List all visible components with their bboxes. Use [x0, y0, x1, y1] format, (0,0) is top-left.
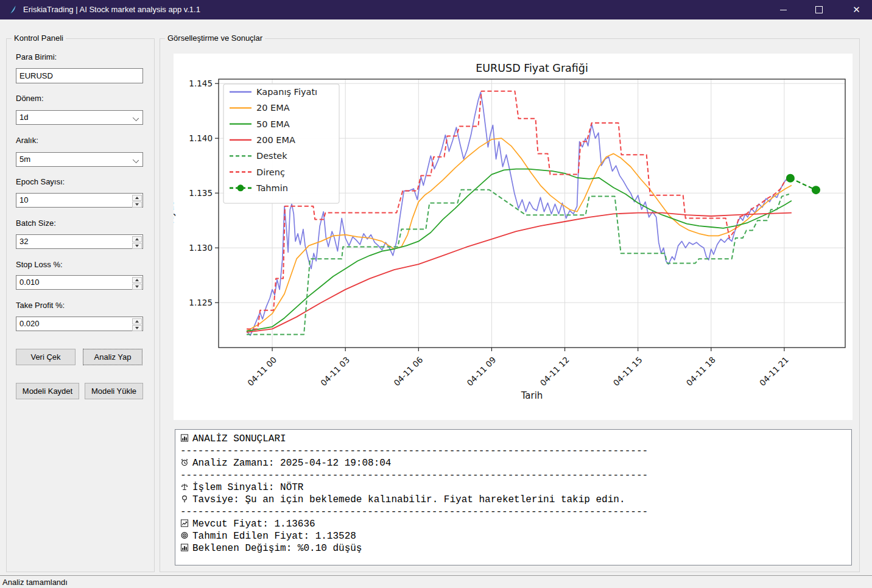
fetch-data-button[interactable]: Veri Çek: [16, 349, 76, 365]
load-model-button[interactable]: Modeli Yükle: [85, 383, 143, 399]
x-tick-label: 04-11 09: [465, 355, 498, 388]
epochs-label: Epoch Sayısı:: [16, 177, 65, 186]
x-tick-label: 04-11 21: [758, 355, 790, 388]
currency-label: Para Birimi:: [16, 52, 57, 61]
analysis-line: Tahmin Edilen Fiyat: 1.13528: [180, 530, 846, 542]
x-tick-label: 04-11 15: [611, 355, 644, 388]
spin-up-button[interactable]: [132, 318, 142, 324]
prediction-marker: [786, 174, 795, 183]
legend-label: Destek: [256, 151, 287, 161]
epochs-spinbox[interactable]: 10: [16, 193, 143, 208]
spin-down-button[interactable]: [132, 201, 142, 208]
x-tick-label: 04-11 06: [392, 355, 424, 388]
analysis-line: ----------------------------------------…: [180, 469, 846, 481]
analysis-line-text: İşlem Sinyali: NÖTR: [192, 482, 303, 493]
analysis-line-text: Beklenen Değişim: %0.10 düşüş: [192, 543, 362, 554]
maximize-icon: [815, 6, 823, 13]
scale-icon: [180, 482, 189, 490]
y-axis-label: Fiyat: [174, 202, 176, 224]
bar-chart-icon: [180, 543, 189, 551]
results-text[interactable]: ANALİZ SONUÇLARI------------------------…: [175, 429, 852, 565]
spin-down-button[interactable]: [132, 243, 142, 249]
save-model-button[interactable]: Modeli Kaydet: [16, 383, 79, 399]
close-icon: ✕: [853, 4, 860, 15]
lightbulb-icon: [180, 494, 189, 502]
take-profit-spinbox[interactable]: 0.020: [16, 317, 143, 331]
take-profit-label: Take Profit %:: [16, 301, 65, 310]
y-tick-label: 1.130: [189, 243, 213, 253]
prediction-marker: [812, 186, 820, 194]
maximize-button[interactable]: [805, 0, 833, 19]
title-bar: EriskiaTrading | AI Stock market analysi…: [0, 0, 872, 19]
chart-up-icon: [180, 519, 189, 527]
arrow-up-icon: [135, 197, 139, 199]
alarm-clock-icon: [180, 458, 189, 466]
analysis-line-text: Mevcut Fiyat: 1.13636: [192, 519, 315, 530]
visualization-panel-title: Görselleştirme ve Sonuçlar: [165, 33, 265, 43]
support-line: [247, 190, 789, 335]
chevron-down-icon[interactable]: [133, 115, 139, 121]
currency-input[interactable]: [16, 68, 143, 83]
arrow-up-icon: [135, 320, 139, 323]
spin-up-button[interactable]: [132, 236, 142, 242]
minimize-icon: [780, 10, 787, 10]
analysis-line-text: Tahmin Edilen Fiyat: 1.13528: [192, 531, 356, 542]
control-panel-title: Kontrol Paneli: [12, 33, 66, 43]
spin-down-button[interactable]: [132, 325, 142, 331]
minimize-button[interactable]: [769, 0, 797, 19]
x-axis-label: Tarih: [521, 390, 543, 401]
spin-up-button[interactable]: [132, 195, 142, 201]
legend-label: 20 EMA: [256, 103, 290, 113]
analysis-line: ANALİZ SONUÇLARI: [180, 433, 846, 445]
legend-label: Direnç: [256, 167, 285, 177]
x-tick-label: 04-11 00: [245, 355, 278, 388]
analysis-line: Beklenen Değişim: %0.10 düşüş: [180, 542, 846, 555]
window-title: EriskiaTrading | AI Stock market analysi…: [23, 0, 200, 19]
close-button[interactable]: ✕: [841, 0, 872, 19]
y-tick-label: 1.135: [189, 188, 213, 198]
status-text: Analiz tamamlandı: [2, 578, 68, 587]
legend-label: Kapanış Fiyatı: [256, 87, 317, 97]
analysis-line: ----------------------------------------…: [180, 506, 846, 518]
target-icon: [180, 531, 189, 539]
ema200-line: [247, 213, 792, 332]
analysis-line-text: ----------------------------------------…: [180, 470, 648, 481]
stop-loss-label: Stop Loss %:: [16, 260, 63, 269]
analysis-line-text: ----------------------------------------…: [180, 506, 648, 517]
arrow-down-icon: [135, 203, 139, 206]
price-chart-figure: 04-11 0004-11 0304-11 0604-11 0904-11 12…: [174, 54, 853, 420]
arrow-down-icon: [135, 285, 139, 288]
period-combobox[interactable]: 1d: [16, 110, 143, 125]
analysis-line: İşlem Sinyali: NÖTR: [180, 481, 846, 494]
spin-up-button[interactable]: [132, 277, 142, 283]
x-tick-label: 04-11 18: [684, 355, 717, 388]
analysis-line-text: Tavsiye: Şu an için beklemede kalınabili…: [192, 494, 625, 505]
x-tick-label: 04-11 03: [318, 355, 351, 388]
interval-combobox[interactable]: 5m: [16, 152, 143, 167]
analysis-line: Mevcut Fiyat: 1.13636: [180, 518, 846, 530]
legend-label: 50 EMA: [256, 119, 290, 129]
chart-title: EURUSD Fiyat Grafiği: [476, 62, 588, 74]
legend-label: 200 EMA: [256, 135, 295, 145]
analysis-line-text: ANALİZ SONUÇLARI: [192, 433, 286, 444]
y-tick-label: 1.145: [189, 79, 213, 88]
price-chart: 04-11 0004-11 0304-11 0604-11 0904-11 12…: [174, 54, 853, 420]
analysis-line-text: Analiz Zamanı: 2025-04-12 19:08:04: [192, 458, 391, 469]
analyze-button[interactable]: Analiz Yap: [83, 349, 142, 365]
status-bar: Analiz tamamlandı: [0, 577, 872, 588]
batch-size-spinbox[interactable]: 32: [16, 234, 143, 249]
arrow-up-icon: [135, 279, 139, 281]
batch-size-label: Batch Size:: [16, 219, 56, 228]
x-tick-label: 04-11 12: [538, 355, 571, 388]
stop-loss-spinbox[interactable]: 0.010: [16, 275, 143, 290]
analysis-line: ----------------------------------------…: [180, 445, 846, 457]
analysis-line: Tavsiye: Şu an için beklemede kalınabili…: [180, 494, 846, 506]
arrow-up-icon: [135, 238, 139, 240]
interval-label: Aralık:: [16, 136, 38, 145]
app-icon: [7, 5, 18, 15]
analysis-line: Analiz Zamanı: 2025-04-12 19:08:04: [180, 457, 846, 469]
y-tick-label: 1.140: [189, 133, 213, 143]
chevron-down-icon[interactable]: [133, 157, 139, 163]
spin-down-button[interactable]: [132, 284, 142, 290]
analysis-line-text: ----------------------------------------…: [180, 446, 648, 457]
